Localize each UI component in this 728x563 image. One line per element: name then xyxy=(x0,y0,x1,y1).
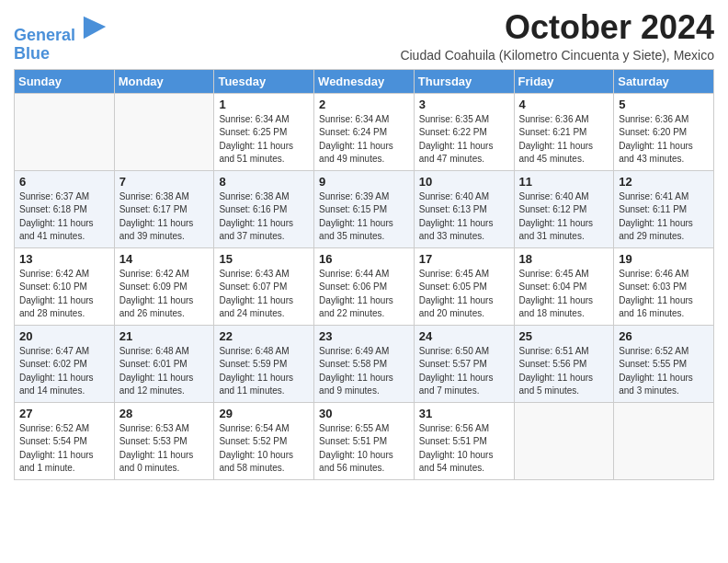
calendar-week-1: 1Sunrise: 6:34 AM Sunset: 6:25 PM Daylig… xyxy=(15,93,714,170)
day-number: 8 xyxy=(219,175,310,189)
calendar-cell: 10Sunrise: 6:40 AM Sunset: 6:13 PM Dayli… xyxy=(414,170,514,247)
day-info: Sunrise: 6:43 AM Sunset: 6:07 PM Dayligh… xyxy=(219,268,310,321)
day-info: Sunrise: 6:45 AM Sunset: 6:05 PM Dayligh… xyxy=(419,268,510,321)
day-info: Sunrise: 6:50 AM Sunset: 5:57 PM Dayligh… xyxy=(419,345,510,398)
calendar-cell: 4Sunrise: 6:36 AM Sunset: 6:21 PM Daylig… xyxy=(514,93,614,170)
calendar-cell: 12Sunrise: 6:41 AM Sunset: 6:11 PM Dayli… xyxy=(614,170,714,247)
calendar-cell: 14Sunrise: 6:42 AM Sunset: 6:09 PM Dayli… xyxy=(114,247,214,325)
day-number: 26 xyxy=(619,329,710,343)
day-number: 3 xyxy=(419,98,510,111)
day-info: Sunrise: 6:42 AM Sunset: 6:10 PM Dayligh… xyxy=(19,268,110,321)
calendar-cell: 7Sunrise: 6:38 AM Sunset: 6:17 PM Daylig… xyxy=(114,170,214,247)
day-number: 31 xyxy=(419,407,510,420)
calendar-cell: 30Sunrise: 6:55 AM Sunset: 5:51 PM Dayli… xyxy=(314,402,415,479)
day-info: Sunrise: 6:44 AM Sunset: 6:06 PM Dayligh… xyxy=(319,268,410,321)
calendar-cell: 21Sunrise: 6:48 AM Sunset: 6:01 PM Dayli… xyxy=(114,325,214,402)
calendar-cell: 9Sunrise: 6:39 AM Sunset: 6:15 PM Daylig… xyxy=(314,170,415,247)
day-number: 21 xyxy=(119,329,210,343)
calendar-header-row: SundayMondayTuesdayWednesdayThursdayFrid… xyxy=(15,69,714,93)
calendar-cell: 6Sunrise: 6:37 AM Sunset: 6:18 PM Daylig… xyxy=(15,170,115,247)
day-number: 19 xyxy=(619,252,710,266)
calendar-cell xyxy=(614,402,714,479)
day-info: Sunrise: 6:38 AM Sunset: 6:17 PM Dayligh… xyxy=(119,190,210,244)
day-number: 1 xyxy=(219,98,310,111)
calendar-cell: 26Sunrise: 6:52 AM Sunset: 5:55 PM Dayli… xyxy=(614,325,714,402)
day-info: Sunrise: 6:48 AM Sunset: 6:01 PM Dayligh… xyxy=(119,345,210,398)
day-info: Sunrise: 6:48 AM Sunset: 5:59 PM Dayligh… xyxy=(219,345,310,398)
day-number: 12 xyxy=(619,175,710,189)
calendar-cell: 20Sunrise: 6:47 AM Sunset: 6:02 PM Dayli… xyxy=(15,325,115,402)
calendar-cell: 2Sunrise: 6:34 AM Sunset: 6:24 PM Daylig… xyxy=(314,93,415,170)
calendar-cell: 16Sunrise: 6:44 AM Sunset: 6:06 PM Dayli… xyxy=(314,247,415,325)
logo-icon xyxy=(82,15,108,40)
day-number: 4 xyxy=(519,98,610,111)
page: General Blue October 2024 Ciudad Coahuil… xyxy=(0,0,728,494)
day-info: Sunrise: 6:35 AM Sunset: 6:22 PM Dayligh… xyxy=(419,113,510,167)
calendar-cell: 22Sunrise: 6:48 AM Sunset: 5:59 PM Dayli… xyxy=(214,325,314,402)
calendar-header-sunday: Sunday xyxy=(15,69,115,93)
day-number: 9 xyxy=(319,175,410,189)
calendar-week-3: 13Sunrise: 6:42 AM Sunset: 6:10 PM Dayli… xyxy=(15,247,714,325)
day-number: 11 xyxy=(519,175,610,189)
day-number: 30 xyxy=(319,407,410,420)
calendar-cell: 28Sunrise: 6:53 AM Sunset: 5:53 PM Dayli… xyxy=(114,402,214,479)
calendar-header-friday: Friday xyxy=(514,69,614,93)
day-number: 15 xyxy=(219,252,310,266)
day-info: Sunrise: 6:54 AM Sunset: 5:52 PM Dayligh… xyxy=(219,422,310,476)
day-info: Sunrise: 6:36 AM Sunset: 6:20 PM Dayligh… xyxy=(619,113,710,167)
day-info: Sunrise: 6:36 AM Sunset: 6:21 PM Dayligh… xyxy=(519,113,610,167)
calendar-cell: 11Sunrise: 6:40 AM Sunset: 6:12 PM Dayli… xyxy=(514,170,614,247)
calendar-cell: 1Sunrise: 6:34 AM Sunset: 6:25 PM Daylig… xyxy=(214,93,314,170)
calendar-week-2: 6Sunrise: 6:37 AM Sunset: 6:18 PM Daylig… xyxy=(15,170,714,247)
calendar-cell xyxy=(15,93,115,170)
logo-general: General xyxy=(14,26,75,44)
day-info: Sunrise: 6:52 AM Sunset: 5:54 PM Dayligh… xyxy=(19,422,110,476)
calendar-cell: 13Sunrise: 6:42 AM Sunset: 6:10 PM Dayli… xyxy=(15,247,115,325)
day-number: 27 xyxy=(19,407,110,420)
day-info: Sunrise: 6:42 AM Sunset: 6:09 PM Dayligh… xyxy=(119,268,210,321)
calendar-cell: 19Sunrise: 6:46 AM Sunset: 6:03 PM Dayli… xyxy=(614,247,714,325)
title-block: October 2024 Ciudad Coahuila (Kilometro … xyxy=(400,9,714,63)
day-info: Sunrise: 6:37 AM Sunset: 6:18 PM Dayligh… xyxy=(19,190,110,244)
calendar-header-wednesday: Wednesday xyxy=(314,69,415,93)
calendar-cell xyxy=(514,402,614,479)
calendar-header-tuesday: Tuesday xyxy=(214,69,314,93)
day-number: 22 xyxy=(219,329,310,343)
day-info: Sunrise: 6:46 AM Sunset: 6:03 PM Dayligh… xyxy=(619,268,710,321)
day-info: Sunrise: 6:47 AM Sunset: 6:02 PM Dayligh… xyxy=(19,345,110,398)
subtitle: Ciudad Coahuila (Kilometro Cincuenta y S… xyxy=(400,48,714,63)
calendar-header-monday: Monday xyxy=(114,69,214,93)
calendar-cell: 24Sunrise: 6:50 AM Sunset: 5:57 PM Dayli… xyxy=(414,325,514,402)
calendar-week-5: 27Sunrise: 6:52 AM Sunset: 5:54 PM Dayli… xyxy=(15,402,714,479)
day-info: Sunrise: 6:39 AM Sunset: 6:15 PM Dayligh… xyxy=(319,190,410,244)
calendar-header-saturday: Saturday xyxy=(614,69,714,93)
day-number: 17 xyxy=(419,252,510,266)
calendar-header-thursday: Thursday xyxy=(414,69,514,93)
day-number: 2 xyxy=(319,98,410,111)
logo-blue: Blue xyxy=(14,45,108,63)
day-number: 13 xyxy=(19,252,110,266)
calendar-cell: 31Sunrise: 6:56 AM Sunset: 5:51 PM Dayli… xyxy=(414,402,514,479)
calendar-cell: 27Sunrise: 6:52 AM Sunset: 5:54 PM Dayli… xyxy=(15,402,115,479)
day-number: 24 xyxy=(419,329,510,343)
day-info: Sunrise: 6:41 AM Sunset: 6:11 PM Dayligh… xyxy=(619,190,710,244)
day-number: 29 xyxy=(219,407,310,420)
day-number: 25 xyxy=(519,329,610,343)
day-number: 16 xyxy=(319,252,410,266)
calendar-week-4: 20Sunrise: 6:47 AM Sunset: 6:02 PM Dayli… xyxy=(15,325,714,402)
day-number: 23 xyxy=(319,329,410,343)
day-number: 28 xyxy=(119,407,210,420)
calendar-cell xyxy=(114,93,214,170)
calendar-cell: 15Sunrise: 6:43 AM Sunset: 6:07 PM Dayli… xyxy=(214,247,314,325)
logo-text: General xyxy=(14,15,108,45)
calendar-table: SundayMondayTuesdayWednesdayThursdayFrid… xyxy=(14,69,714,480)
calendar-cell: 8Sunrise: 6:38 AM Sunset: 6:16 PM Daylig… xyxy=(214,170,314,247)
calendar-cell: 25Sunrise: 6:51 AM Sunset: 5:56 PM Dayli… xyxy=(514,325,614,402)
header: General Blue October 2024 Ciudad Coahuil… xyxy=(14,9,714,63)
day-number: 5 xyxy=(619,98,710,111)
day-info: Sunrise: 6:34 AM Sunset: 6:25 PM Dayligh… xyxy=(219,113,310,167)
day-info: Sunrise: 6:45 AM Sunset: 6:04 PM Dayligh… xyxy=(519,268,610,321)
day-info: Sunrise: 6:40 AM Sunset: 6:12 PM Dayligh… xyxy=(519,190,610,244)
logo: General Blue xyxy=(14,15,108,63)
calendar-cell: 29Sunrise: 6:54 AM Sunset: 5:52 PM Dayli… xyxy=(214,402,314,479)
